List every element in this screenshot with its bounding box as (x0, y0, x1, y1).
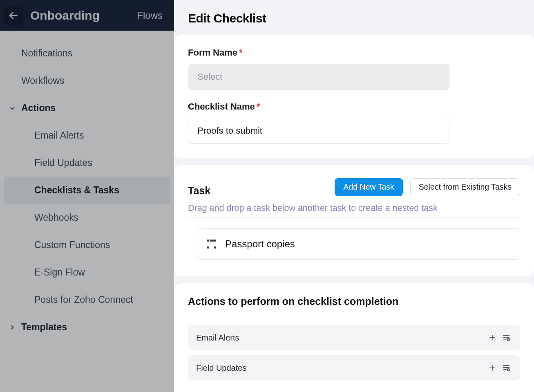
add-icon[interactable] (487, 362, 498, 374)
action-row-field-updates[interactable]: Field Updates (188, 355, 520, 381)
sidebar-item-workflows[interactable]: Workflows (0, 67, 174, 94)
form-name-select[interactable]: Select (188, 64, 449, 90)
back-arrow-icon (8, 10, 19, 21)
sidebar-item-webhooks[interactable]: Webhooks (0, 204, 174, 231)
divider (188, 315, 520, 315)
sidebar-item-field-updates[interactable]: Field Updates (0, 149, 174, 177)
required-asterisk: * (257, 101, 260, 112)
add-new-task-button[interactable]: Add New Task (335, 178, 402, 196)
completion-actions-heading: Actions to perform on checklist completi… (188, 296, 520, 307)
task-name: Passport copies (225, 238, 295, 250)
task-heading: Task (188, 177, 327, 197)
divider (188, 217, 520, 218)
action-row-label: Field Updates (196, 363, 246, 373)
sidebar-item-checklists-tasks[interactable]: Checklists & Tasks (4, 177, 170, 204)
checklist-name-input[interactable]: Proofs to submit (188, 118, 449, 144)
completion-actions-card: Actions to perform on checklist completi… (174, 283, 534, 392)
field-form-name: Form Name* Select (188, 47, 520, 90)
sidebar-group-label: Templates (21, 322, 67, 333)
action-row-label: Email Alerts (196, 333, 239, 343)
task-hint: Drag and drop a task below another task … (188, 203, 520, 213)
task-card: Task Add New Task Select from Existing T… (174, 165, 534, 276)
select-existing-tasks-button[interactable]: Select from Existing Tasks (410, 178, 520, 196)
task-row[interactable]: Passport copies (197, 228, 520, 260)
main-header: Edit Checklist (174, 0, 534, 35)
chevron-down-icon (7, 105, 17, 112)
form-name-label: Form Name* (188, 47, 520, 58)
checklist-name-label: Checklist Name* (188, 101, 520, 112)
side-nav: Notifications Workflows Actions Email Al… (0, 31, 174, 341)
module-title: Onboarding (30, 9, 137, 22)
sidebar: Onboarding Flows Notifications Workflows… (0, 0, 174, 392)
sidebar-item-notifications[interactable]: Notifications (0, 40, 174, 67)
form-card: Form Name* Select Checklist Name* Proofs… (174, 35, 534, 158)
label-text: Form Name (188, 47, 237, 58)
sidebar-item-custom-functions[interactable]: Custom Functions (0, 231, 174, 259)
task-header: Task Add New Task Select from Existing T… (188, 177, 520, 197)
tab-flows[interactable]: Flows (137, 10, 167, 21)
sidebar-item-esign-flow[interactable]: E-Sign Flow (0, 259, 174, 286)
sidebar-group-label: Actions (21, 103, 56, 114)
add-icon[interactable] (487, 332, 498, 343)
sidebar-item-email-alerts[interactable]: Email Alerts (0, 122, 174, 149)
sidebar-header: Onboarding Flows (0, 0, 174, 31)
sidebar-group-templates[interactable]: Templates (0, 314, 174, 341)
svg-point-6 (507, 338, 510, 341)
chevron-right-icon (7, 324, 17, 331)
action-row-email-alerts[interactable]: Email Alerts (188, 325, 520, 350)
main-panel: Edit Checklist Form Name* Select Checkli… (174, 0, 534, 392)
required-asterisk: * (239, 47, 243, 58)
field-checklist-name: Checklist Name* Proofs to submit (188, 101, 520, 144)
page-title: Edit Checklist (188, 11, 520, 25)
drag-handle-icon[interactable] (207, 240, 216, 249)
svg-point-12 (507, 369, 510, 371)
sidebar-group-actions[interactable]: Actions (0, 94, 174, 122)
list-link-icon[interactable] (500, 332, 512, 343)
list-link-icon[interactable] (500, 362, 512, 374)
back-button[interactable] (4, 6, 23, 25)
sidebar-item-posts-zoho-connect[interactable]: Posts for Zoho Connect (0, 286, 174, 314)
label-text: Checklist Name (188, 101, 255, 112)
